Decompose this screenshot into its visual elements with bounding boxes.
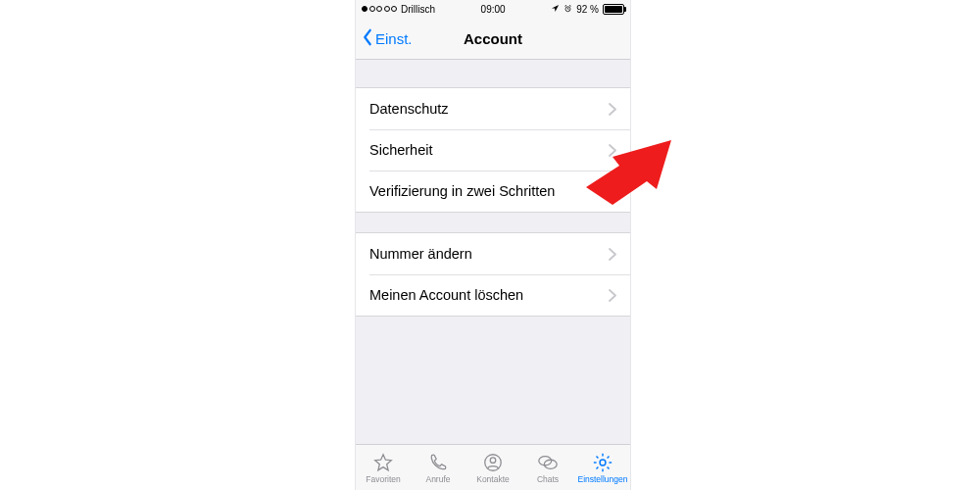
chevron-left-icon — [362, 28, 373, 49]
chevron-right-icon — [609, 144, 616, 157]
content-area: Datenschutz Sicherheit Verifizierung in … — [356, 60, 630, 444]
page-title: Account — [464, 30, 522, 47]
svg-line-2 — [568, 9, 569, 10]
chevron-right-icon — [609, 185, 616, 198]
navigation-bar: Einst. Account — [356, 18, 630, 60]
carrier-label: Drillisch — [401, 4, 435, 15]
tab-contacts[interactable]: Kontakte — [466, 445, 520, 490]
tab-label: Favoriten — [366, 474, 400, 484]
cell-label: Meinen Account löschen — [369, 287, 523, 303]
svg-point-8 — [544, 460, 557, 468]
cell-account-loeschen[interactable]: Meinen Account löschen — [356, 274, 630, 316]
tab-label: Anrufe — [425, 474, 450, 484]
svg-line-3 — [565, 5, 567, 6]
cell-label: Sicherheit — [369, 142, 432, 158]
svg-point-6 — [490, 457, 496, 463]
gear-icon — [592, 452, 613, 473]
star-icon — [372, 452, 394, 473]
battery-pct-label: 92 % — [576, 4, 599, 15]
tab-settings[interactable]: Einstellungen — [575, 445, 630, 490]
cell-nummer-aendern[interactable]: Nummer ändern — [356, 233, 630, 274]
cell-verifizierung[interactable]: Verifizierung in zwei Schritten — [356, 171, 630, 212]
settings-group-2: Nummer ändern Meinen Account löschen — [356, 232, 630, 317]
phone-screen: Drillisch 09:00 92 % Einst. — [355, 0, 631, 490]
cell-label: Verifizierung in zwei Schritten — [369, 183, 555, 199]
tab-favorites[interactable]: Favoriten — [356, 445, 411, 490]
back-button[interactable]: Einst. — [362, 18, 413, 59]
chevron-right-icon — [609, 103, 616, 116]
clock-label: 09:00 — [481, 4, 506, 15]
tab-label: Chats — [537, 474, 559, 484]
tab-bar: Favoriten Anrufe Kontakte Chats — [356, 444, 630, 490]
svg-line-16 — [596, 466, 598, 468]
signal-strength-icon — [362, 6, 397, 12]
tab-calls[interactable]: Anrufe — [411, 445, 466, 490]
back-button-label: Einst. — [375, 30, 413, 47]
svg-point-9 — [600, 460, 606, 466]
chat-icon — [537, 452, 559, 473]
tab-label: Kontakte — [476, 474, 510, 484]
svg-line-4 — [569, 5, 571, 6]
svg-line-14 — [596, 456, 598, 458]
cell-sicherheit[interactable]: Sicherheit — [356, 129, 630, 171]
alarm-icon — [564, 4, 572, 15]
svg-line-17 — [608, 456, 610, 458]
battery-icon — [603, 4, 624, 15]
location-icon — [551, 4, 560, 15]
status-bar: Drillisch 09:00 92 % — [356, 0, 630, 18]
cell-label: Datenschutz — [369, 101, 449, 117]
chevron-right-icon — [609, 248, 616, 261]
chevron-right-icon — [609, 289, 616, 302]
svg-line-15 — [608, 466, 610, 468]
tab-chats[interactable]: Chats — [520, 445, 575, 490]
cell-label: Nummer ändern — [369, 246, 472, 262]
contact-icon — [482, 452, 504, 473]
tab-label: Einstellungen — [577, 474, 627, 484]
svg-point-7 — [539, 456, 552, 465]
phone-icon — [427, 452, 449, 473]
cell-datenschutz[interactable]: Datenschutz — [356, 88, 630, 129]
settings-group-1: Datenschutz Sicherheit Verifizierung in … — [356, 87, 630, 213]
